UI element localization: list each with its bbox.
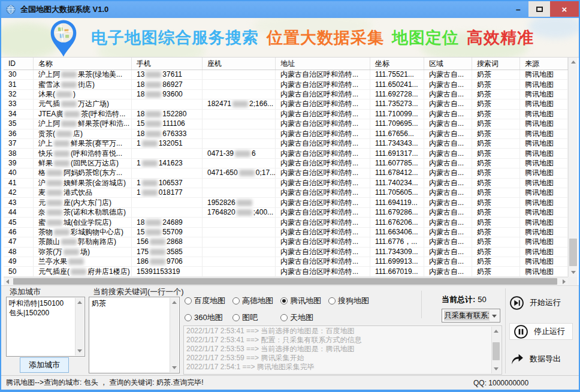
radio-map-5[interactable]: 360地图 <box>185 312 232 323</box>
cell-source: 腾讯地图 <box>520 139 568 149</box>
table-row[interactable]: 31蜜雪冰街店)1886927内蒙古自治区呼和浩特...111.650241..… <box>4 80 568 89</box>
table-row[interactable]: 35沪上阿鲜果茶(呼和浩...15111106内蒙古自治区呼和浩特...111.… <box>4 119 568 129</box>
redacted-blur <box>47 200 62 206</box>
scroll-down-icon[interactable] <box>571 271 576 274</box>
radio-map-1[interactable]: 百度地图 <box>185 295 232 306</box>
keywords-input[interactable]: 奶茶 <box>89 297 180 373</box>
cell-address: 内蒙古自治区呼和浩特... <box>276 267 370 276</box>
scroll-down-icon[interactable] <box>77 349 82 352</box>
table-row[interactable]: 34JTEA廣茶(呼和浩特...18152280内蒙古自治区呼和浩特...111… <box>4 110 568 119</box>
horizontal-scroll-thumb[interactable] <box>13 278 557 285</box>
cell-keyword: 奶茶 <box>472 90 520 99</box>
radio-map-4[interactable]: 搜狗地图 <box>328 295 376 306</box>
radio-icon[interactable] <box>185 297 192 304</box>
scroll-down-icon[interactable] <box>494 367 499 370</box>
table-row[interactable]: 49兰亭水果1869706内蒙古自治区呼和浩特...111.699913...内… <box>4 257 568 267</box>
horizontal-scrollbar[interactable] <box>4 277 568 285</box>
scroll-up-icon[interactable] <box>172 301 177 304</box>
table-row[interactable]: 39鲜果(回民区万达店)1141623内蒙古自治区呼和浩特...111.6077… <box>4 159 568 168</box>
radio-map-3[interactable]: 腾讯地图 <box>280 295 328 306</box>
redacted-blur <box>237 209 252 216</box>
cell-keyword: 奶茶 <box>472 218 520 227</box>
cell-region: 内蒙古自... <box>424 208 472 218</box>
radio-selected-icon[interactable] <box>280 297 288 304</box>
cell-keyword: 奶茶 <box>472 267 520 276</box>
cell-region: 内蒙古自... <box>424 80 472 89</box>
column-header-address[interactable]: 地址 <box>276 58 370 70</box>
cell-name: 沪上鲜果茶(赛罕万... <box>34 139 132 149</box>
column-header-landline[interactable]: 座机 <box>203 58 276 70</box>
cell-region: 内蒙古自... <box>424 129 472 139</box>
table-row[interactable]: 48弥茶(万场)1753585内蒙古自治区呼和浩特...111.734309..… <box>4 248 568 257</box>
log-lines: 2022/1/17 2:53:41 ==> 当前选择的地图是：百度地图2022/… <box>186 327 491 372</box>
close-button[interactable]: × <box>550 1 579 17</box>
column-header-coord[interactable]: 坐标 <box>370 58 424 70</box>
redacted-blur <box>146 131 161 137</box>
column-header-keyword[interactable]: 搜索词 <box>472 58 520 70</box>
radio-icon[interactable] <box>185 314 192 321</box>
cell-landline <box>203 70 276 80</box>
cell-address: 内蒙古自治区呼和浩特... <box>276 237 370 247</box>
scroll-down-icon[interactable] <box>172 366 177 369</box>
log-scroll-thumb[interactable] <box>493 342 500 360</box>
radio-map-7[interactable]: 天地图 <box>280 312 328 323</box>
redacted-blur <box>47 170 62 176</box>
scroll-up-icon[interactable] <box>571 61 576 64</box>
scroll-right-icon[interactable] <box>563 279 566 284</box>
table-row[interactable]: 43元座(内大东门店)1952826内蒙古自治区呼和浩特...111.69411… <box>4 198 568 207</box>
status-bar: 腾讯地图-->查询的城市: 包头 ， 查询的关键词: 奶茶.查询完毕! QQ: … <box>1 375 579 390</box>
vertical-scroll-thumb[interactable] <box>569 239 577 266</box>
table-row[interactable]: 44奈茶(诺和木勒凯德店)1764820;400...内蒙古自治区呼和浩特...… <box>4 208 568 218</box>
scroll-left-icon[interactable] <box>6 279 9 284</box>
scroll-up-icon[interactable] <box>494 330 499 333</box>
table-row[interactable]: 30沪上阿果茶(绿地美...1337611内蒙古自治区呼和浩特...111.75… <box>4 70 568 80</box>
cell-source: 腾讯地图 <box>520 110 568 119</box>
stop-run-button[interactable]: 停止运行 <box>509 323 573 340</box>
table-row[interactable]: 47茶颜山郭勒南路店)1562868内蒙古自治区呼和浩特...111.6776，… <box>4 237 568 247</box>
city-list-scrollbar[interactable] <box>75 298 84 355</box>
cell-region: 内蒙古自... <box>424 110 472 119</box>
radio-map-2[interactable]: 高德地图 <box>232 295 280 306</box>
table-row[interactable]: 41沪姨鲜果茶(金游城店)1106537内蒙古自治区呼和浩特...111.740… <box>4 179 568 188</box>
cell-landline <box>203 237 276 247</box>
column-header-source[interactable]: 来源 <box>520 58 568 70</box>
table-row[interactable]: 40格阿妈奶茶馆(东方...0471-6500;17...内蒙古自治区呼和浩特.… <box>4 168 568 178</box>
table-row[interactable]: 37沪上鲜果茶(赛罕万...1132051内蒙古自治区呼和浩特...111.73… <box>4 139 568 149</box>
table-row[interactable]: 36贡茶(店)18676333内蒙古自治区呼和浩特...111.67656...… <box>4 129 568 139</box>
panel-divider <box>505 288 506 373</box>
radio-icon[interactable] <box>280 314 288 321</box>
table-row[interactable]: 45蜜城(创业学院店)1824689内蒙古自治区呼和浩特...111.67620… <box>4 218 568 227</box>
redacted-blur <box>146 219 161 226</box>
add-city-button[interactable]: 添加城市 <box>20 357 69 373</box>
table-row[interactable]: 46茶物彩城购物中心店)1555709内蒙古自治区呼和浩特...111.6634… <box>4 228 568 237</box>
column-header-name[interactable]: 名称 <box>34 58 132 70</box>
cell-landline <box>203 218 276 227</box>
vertical-scrollbar[interactable] <box>568 58 578 277</box>
cell-landline: 1764820;400... <box>203 208 276 218</box>
keywords-scrollbar[interactable] <box>170 298 179 372</box>
table-row[interactable]: 50元气插座(府井店1楼店)15391153319内蒙古自治区呼和浩特...11… <box>4 267 568 276</box>
redacted-blur <box>142 180 158 186</box>
table-row[interactable]: 33元气插万达广场)1824712;166...内蒙古自治区呼和浩特...111… <box>4 99 568 109</box>
collect-filter-dropdown[interactable]: 只采集有联系方 <box>442 309 500 322</box>
table-row[interactable]: 42麦港式饮品1018177内蒙古自治区呼和浩特...111.705605...… <box>4 188 568 198</box>
radio-icon[interactable] <box>232 314 240 321</box>
city-list-input[interactable]: 呼和浩特|150100 包头|150200 <box>6 297 85 357</box>
export-data-button[interactable]: 数据导出 <box>509 351 573 367</box>
start-run-button[interactable]: 开始运行 <box>509 294 573 311</box>
radio-icon[interactable] <box>328 297 336 304</box>
log-scrollbar[interactable] <box>491 327 501 373</box>
table-row[interactable]: 32沐果()1893600内蒙古自治区呼和浩特...111.692728...内… <box>4 90 568 99</box>
minimize-button[interactable]: – <box>508 1 528 18</box>
column-header-id[interactable]: ID <box>4 58 34 70</box>
scroll-up-icon[interactable] <box>77 301 82 304</box>
redacted-blur <box>142 140 158 147</box>
column-header-phone[interactable]: 手机 <box>132 58 203 70</box>
column-header-region[interactable]: 区域 <box>424 58 472 70</box>
table-row[interactable]: 38快乐(呼和浩特喜悦...0471-396内蒙古自治区呼和浩特...111.6… <box>4 149 568 158</box>
radio-icon[interactable] <box>232 297 240 304</box>
chevron-down-icon[interactable] <box>489 310 499 321</box>
cell-id: 30 <box>4 70 34 80</box>
maximize-button[interactable] <box>528 1 550 17</box>
radio-map-6[interactable]: 图吧 <box>232 312 280 323</box>
